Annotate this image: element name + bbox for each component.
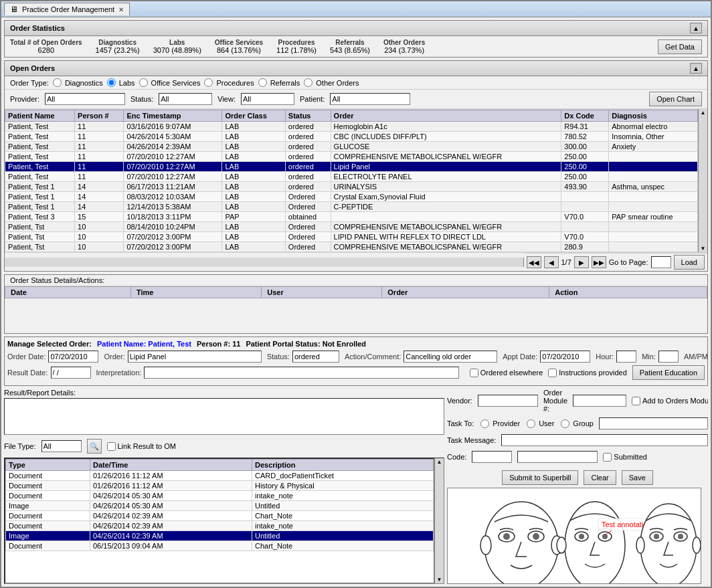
patient-education-button[interactable]: Patient Education <box>632 365 705 380</box>
get-data-button[interactable]: Get Data <box>658 39 702 54</box>
ordered-elsewhere-checkbox[interactable] <box>470 369 478 377</box>
task-group-group[interactable]: Group <box>559 419 594 428</box>
table-row[interactable]: Patient, Test 11412/14/2013 5:38AMLABOrd… <box>5 202 698 212</box>
ordered-elsewhere-group[interactable]: Ordered elsewhere <box>470 369 543 377</box>
last-page-button[interactable]: ▶▶ <box>592 256 606 268</box>
file-scroll-down[interactable]: ▼ <box>437 577 442 583</box>
task-input[interactable] <box>599 417 708 429</box>
radio-task-group[interactable] <box>561 419 569 428</box>
order-module-input[interactable] <box>573 395 626 407</box>
radio-labs[interactable] <box>107 78 116 87</box>
radio-other-orders[interactable] <box>304 78 313 87</box>
load-button[interactable]: Load <box>674 255 705 270</box>
list-item[interactable]: Document04/26/2014 02:39 AMintake_note <box>6 521 434 531</box>
order-type-labs[interactable]: Labs <box>106 78 135 87</box>
scroll-down-btn[interactable]: ▼ <box>701 246 706 252</box>
file-table-container[interactable]: Type Date/Time Description Document01/26… <box>5 458 434 583</box>
col-user: User <box>262 287 382 298</box>
result-date-input[interactable] <box>51 367 91 379</box>
list-item[interactable]: Document06/15/2013 09:04 AMChart_Note <box>6 541 434 551</box>
prev-page-button[interactable]: ◀ <box>544 256 559 268</box>
list-item[interactable]: Image04/26/2014 05:30 AMUntitled <box>6 501 434 511</box>
radio-office-services[interactable] <box>139 78 148 87</box>
collapse-orders-button[interactable]: ▲ <box>690 63 702 74</box>
close-button[interactable]: ✕ <box>118 6 124 13</box>
min-input[interactable] <box>658 351 679 363</box>
submitted-group[interactable]: Submitted <box>603 453 647 462</box>
interpretation-input[interactable] <box>144 367 458 379</box>
list-item[interactable]: Document01/26/2016 11:12 AMHistory & Phy… <box>6 481 434 491</box>
order-type-diagnostics[interactable]: Diagnostics <box>52 78 103 87</box>
instructions-provided-group[interactable]: Instructions provided <box>548 369 627 377</box>
hour-input[interactable] <box>616 351 636 363</box>
scroll-up-btn[interactable]: ▲ <box>701 110 706 116</box>
appt-date-input[interactable] <box>540 351 590 363</box>
order-type-office-services[interactable]: Office Services <box>138 78 201 87</box>
task-provider-group[interactable]: Provider <box>479 419 520 428</box>
radio-diagnostics[interactable] <box>53 78 62 87</box>
submitted-checkbox[interactable] <box>603 453 612 462</box>
radio-referrals[interactable] <box>258 78 267 87</box>
file-search-button[interactable]: 🔍 <box>87 439 102 454</box>
provider-input[interactable] <box>45 93 125 105</box>
status-details-table: Date Time User Order Action <box>5 286 707 298</box>
file-scroll-up[interactable]: ▲ <box>437 459 442 465</box>
list-item[interactable]: Image04/26/2014 02:39 AMUntitled <box>6 531 434 541</box>
instructions-provided-checkbox[interactable] <box>548 369 557 377</box>
radio-task-user[interactable] <box>527 419 535 428</box>
action-comment-input[interactable] <box>404 351 497 363</box>
table-row[interactable]: Patient, Test1104/26/2014 5:30AMLABorder… <box>5 132 698 142</box>
patient-name-info: Patient Name: Patient, Test <box>97 340 191 348</box>
table-row[interactable]: Patient, Test1107/20/2010 12:27AMLABorde… <box>5 152 698 162</box>
order-input[interactable] <box>128 351 262 363</box>
list-item[interactable]: Document01/26/2016 11:12 AMCARD_docPatie… <box>6 471 434 481</box>
code-input[interactable] <box>472 451 512 463</box>
task-message-input[interactable] <box>501 434 708 446</box>
clear-button[interactable]: Clear <box>584 470 616 485</box>
order-type-other-orders[interactable]: Other Orders <box>302 78 359 87</box>
manage-status-input[interactable] <box>292 351 339 363</box>
table-row[interactable]: Patient, Tst1007/20/2012 3:00PMLABOrdere… <box>5 242 698 252</box>
status-input[interactable] <box>159 93 212 105</box>
table-row[interactable]: Patient, Test 31510/18/2013 3:11PMPAPobt… <box>5 212 698 222</box>
result-date-label: Result Date: <box>7 369 48 377</box>
result-report-textarea[interactable] <box>4 398 444 435</box>
list-item[interactable]: Document04/26/2014 02:39 AMChart_Note <box>6 511 434 521</box>
task-user-group[interactable]: User <box>525 419 554 428</box>
table-row[interactable]: Patient, Test1103/16/2016 9:07AMLABorder… <box>5 122 698 132</box>
patient-input[interactable] <box>330 93 410 105</box>
table-row[interactable]: Patient, Tst1007/20/2012 3:00PMLABOrdere… <box>5 232 698 242</box>
add-to-orders-module-checkbox[interactable] <box>632 397 640 405</box>
save-button[interactable]: Save <box>622 470 653 485</box>
first-page-button[interactable]: ◀◀ <box>527 256 541 268</box>
link-result-group[interactable]: Link Result to OM <box>107 442 176 451</box>
code-input2[interactable] <box>517 451 598 463</box>
file-type-input[interactable] <box>41 440 82 452</box>
radio-task-provider[interactable] <box>480 419 489 428</box>
link-result-checkbox[interactable] <box>107 442 116 451</box>
view-input[interactable] <box>241 93 294 105</box>
order-date-input[interactable] <box>48 351 98 363</box>
vendor-input[interactable] <box>478 395 538 407</box>
result-date-group: Result Date: <box>7 367 91 379</box>
table-row[interactable]: Patient, Test 11406/17/2013 11:21AMLABor… <box>5 182 698 192</box>
add-to-orders-module-group[interactable]: Add to Orders Module <box>632 397 708 405</box>
order-type-referrals[interactable]: Referrals <box>257 78 300 87</box>
order-type-procedures[interactable]: Procedures <box>203 78 254 87</box>
list-item[interactable]: Document04/26/2014 05:30 AMintake_note <box>6 491 434 501</box>
submit-to-superbill-button[interactable]: Submit to Superbill <box>502 470 578 485</box>
task-group-label: Group <box>573 419 594 427</box>
radio-procedures[interactable] <box>204 78 213 87</box>
table-row[interactable]: Patient, Test 11408/03/2012 10:03AMLABOr… <box>5 192 698 202</box>
orders-table-container[interactable]: Patient Name Person # Enc Timestamp Orde… <box>5 109 698 252</box>
open-chart-button[interactable]: Open Chart <box>649 92 702 106</box>
next-page-button[interactable]: ▶ <box>574 256 589 268</box>
go-to-page-input[interactable] <box>651 256 671 268</box>
table-row[interactable]: Patient, Tst1008/14/2010 10:24PMLABOrder… <box>5 222 698 232</box>
table-row[interactable]: Patient, Test1107/20/2010 12:27AMLABorde… <box>5 162 698 172</box>
table-row[interactable]: Patient, Test1107/20/2010 12:27AMLABorde… <box>5 172 698 182</box>
table-row[interactable]: Patient, Test1104/26/2014 2:39AMLABorder… <box>5 142 698 152</box>
order-date-row: Order Date: Order: Status: Action/Commen… <box>7 351 705 363</box>
view-label: View: <box>217 95 236 103</box>
collapse-statistics-button[interactable]: ▲ <box>690 23 702 33</box>
